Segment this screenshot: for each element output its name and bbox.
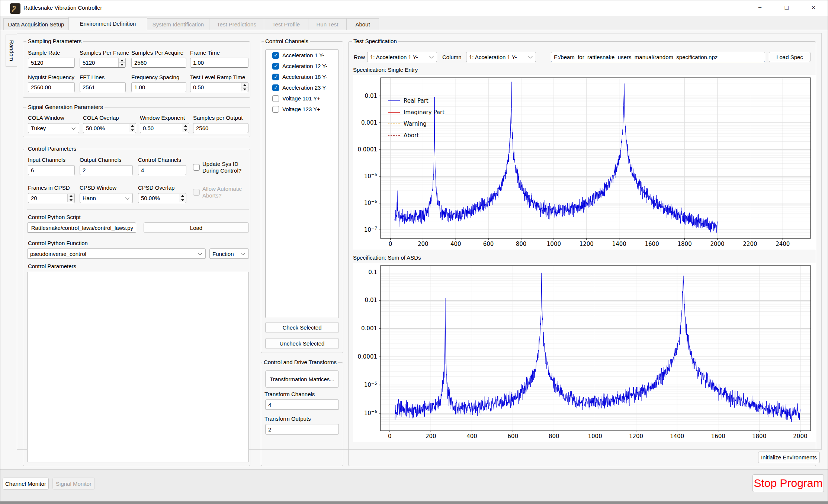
samples-per-output-input[interactable]: 2560 <box>193 123 248 133</box>
bottom-bar: Channel Monitor Signal Monitor Stop Prog… <box>0 470 828 501</box>
tab-system-identification[interactable]: System Identification <box>147 18 209 30</box>
test-level-ramp-time-input[interactable]: 0.50 <box>190 82 248 92</box>
cola-overlap-input[interactable]: 50.00% <box>83 123 136 133</box>
frame-time-input[interactable]: 1.00 <box>190 58 248 68</box>
svg-text:2000: 2000 <box>793 433 807 440</box>
svg-text:1400: 1400 <box>670 433 684 440</box>
channel-checkbox[interactable] <box>272 84 279 91</box>
channel-list-item[interactable]: Voltage 101 Y+ <box>266 93 338 104</box>
spinner-buttons[interactable] <box>67 194 74 202</box>
svg-text:0: 0 <box>388 433 392 440</box>
frequency-spacing-label: Frequency Spacing <box>131 74 179 80</box>
maximize-button-icon[interactable]: □ <box>775 0 799 15</box>
transformation-matrices-button[interactable]: Transformation Matrices... <box>265 370 339 388</box>
window-exponent-label: Window Exponent <box>140 115 185 121</box>
svg-text:0.0001: 0.0001 <box>358 146 378 153</box>
allow-aborts-checkbox[interactable] <box>193 189 200 196</box>
channel-list-item[interactable]: Voltage 123 Y+ <box>266 104 338 115</box>
app-window: { "window": { "title": "Rattlesnake Vibr… <box>0 0 828 504</box>
spinner-buttons[interactable] <box>241 83 248 92</box>
control-channels-title: Control Channels <box>264 38 310 44</box>
control-python-script-label: Control Python Script <box>28 214 81 220</box>
uncheck-selected-button[interactable]: Uncheck Selected <box>265 338 339 349</box>
update-sysid-checkbox[interactable] <box>193 164 200 171</box>
channel-monitor-button[interactable]: Channel Monitor <box>3 478 49 489</box>
spinner-buttons[interactable] <box>118 58 125 67</box>
control-python-function-select[interactable]: pseudoinverse_control <box>27 248 206 259</box>
spin-up-icon <box>182 124 189 128</box>
close-button-icon[interactable]: × <box>802 0 825 15</box>
channel-list-item[interactable]: Acceleration 18 Y- <box>266 71 338 82</box>
channel-list-item[interactable]: Acceleration 23 Y- <box>266 82 338 93</box>
spinner-buttons[interactable] <box>179 194 186 202</box>
stop-program-button[interactable]: Stop Program <box>752 474 824 492</box>
spinner-buttons[interactable] <box>129 124 135 132</box>
tab-about[interactable]: About <box>346 18 379 30</box>
tab-run-test[interactable]: Run Test <box>308 18 347 30</box>
load-script-button[interactable]: Load <box>144 222 249 233</box>
samples-per-frame-input[interactable]: 5120 <box>80 58 126 68</box>
channel-list-item[interactable]: Acceleration 12 Y- <box>266 61 338 71</box>
load-spec-button[interactable]: Load Spec <box>769 52 811 62</box>
column-select[interactable]: 1: Acceleration 1 Y- <box>466 52 536 62</box>
cpsd-window-select[interactable]: Hann <box>80 193 133 203</box>
tab-test-predictions[interactable]: Test Predictions <box>209 18 264 30</box>
svg-text:1800: 1800 <box>678 241 692 247</box>
minimize-button-icon[interactable]: − <box>748 0 772 15</box>
tab-test-profile[interactable]: Test Profile <box>264 18 308 30</box>
frames-in-cpsd-input[interactable]: 20 <box>28 193 75 203</box>
sum-of-asds-section-label: Specification: Sum of ASDs <box>353 254 421 261</box>
channel-checkbox[interactable] <box>272 74 279 80</box>
row-select[interactable]: 1: Acceleration 1 Y- <box>367 52 437 62</box>
control-parameters-textarea[interactable] <box>27 272 249 462</box>
cola-window-select[interactable]: Tukey <box>28 123 79 133</box>
cpsd-overlap-input[interactable]: 50.00% <box>138 193 186 203</box>
spin-down-icon <box>179 198 186 202</box>
channel-checkbox[interactable] <box>272 106 279 113</box>
environment-tab-random[interactable]: Random <box>6 35 17 67</box>
control-channels-list[interactable]: Acceleration 1 Y- Acceleration 12 Y- Acc… <box>265 49 339 318</box>
cpsd-overlap-label: CPSD Overlap <box>138 184 174 191</box>
control-python-script-input[interactable]: Rattlesnake/control_laws/control_laws.py <box>27 222 136 233</box>
svg-text:800: 800 <box>516 241 527 247</box>
frequency-spacing-input[interactable]: 1.00 <box>131 82 186 92</box>
input-channels-label: Input Channels <box>28 157 65 163</box>
spin-down-icon <box>119 63 125 67</box>
svg-text:Imaginary Part: Imaginary Part <box>404 109 445 116</box>
check-selected-button[interactable]: Check Selected <box>265 322 339 333</box>
svg-text:600: 600 <box>508 433 519 440</box>
svg-text:800: 800 <box>549 433 559 440</box>
svg-text:400: 400 <box>450 241 461 247</box>
sum-of-asds-chart[interactable]: 02004006008001000120014001600180020000.1… <box>353 263 816 442</box>
fft-lines-input[interactable]: 2561 <box>80 82 126 92</box>
svg-text:200: 200 <box>426 433 436 440</box>
chevron-down-icon <box>429 54 433 58</box>
channel-checkbox[interactable] <box>272 63 279 70</box>
signal-monitor-button[interactable]: Signal Monitor <box>52 478 95 489</box>
function-kind-select[interactable]: Function <box>209 248 249 259</box>
spec-file-path-input[interactable]: E:/beam_for_rattlesnake_users_manual/ran… <box>551 52 765 62</box>
single-entry-section-label: Specification: Single Entry <box>353 67 418 73</box>
transform-channels-input[interactable]: 4 <box>265 399 339 410</box>
single-entry-chart[interactable]: 0200400600800100012001400160018002000220… <box>353 75 816 250</box>
control-channels-count-input[interactable]: 4 <box>138 165 186 175</box>
samples-per-acquire-input[interactable]: 2560 <box>131 58 186 68</box>
nyquist-frequency-label: Nyquist Frequency <box>28 74 74 80</box>
tab-data-acquisition-setup[interactable]: Data Acquisition Setup <box>3 18 69 30</box>
window-exponent-input[interactable]: 0.50 <box>140 123 189 133</box>
initialize-environments-button[interactable]: Initialize Environments <box>758 452 820 463</box>
control-parameters-text-label: Control Parameters <box>28 263 76 269</box>
signal-generation-title: Signal Generation Parameters <box>26 104 105 110</box>
svg-text:0.01: 0.01 <box>365 297 377 304</box>
sample-rate-input[interactable]: 5120 <box>28 58 75 68</box>
input-channels-input[interactable]: 6 <box>28 165 75 175</box>
tab-environment-definition[interactable]: Environment Definition <box>68 17 147 30</box>
channel-checkbox[interactable] <box>272 95 279 102</box>
output-channels-input[interactable]: 2 <box>80 165 133 175</box>
svg-text:1200: 1200 <box>580 241 594 247</box>
channel-list-item[interactable]: Acceleration 1 Y- <box>266 50 338 61</box>
transform-outputs-input[interactable]: 2 <box>265 424 339 434</box>
nyquist-frequency-input[interactable]: 2560.00 <box>28 82 75 92</box>
spinner-buttons[interactable] <box>182 124 189 132</box>
channel-checkbox[interactable] <box>272 52 279 59</box>
